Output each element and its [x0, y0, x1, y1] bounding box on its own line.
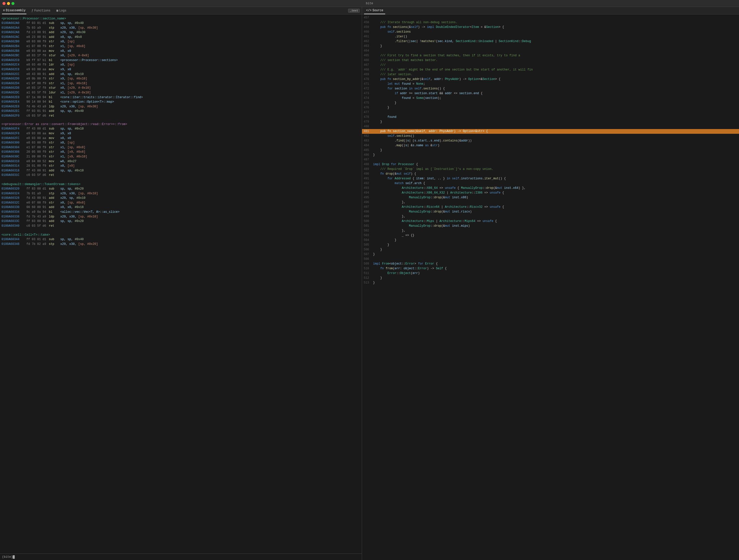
- source-row: 477: [362, 110, 739, 115]
- table-row[interactable]: 0100A602E490 14 00 94bl<core::option::Op…: [0, 100, 362, 105]
- source-row: 502 },: [362, 228, 739, 233]
- source-row: 475 }: [362, 101, 739, 106]
- source-row: 465 /// First try to find a section that…: [362, 53, 739, 58]
- source-row: 495 ManuallyDrop::drop(&mut inst.x86): [362, 195, 739, 200]
- table-row[interactable]: 0100A602F4ff 43 00 d1subsp, sp, #0x10: [0, 127, 362, 131]
- table-row[interactable]: 0100A602ACe8 23 00 91addx8, sp, #0x8: [0, 35, 362, 40]
- source-row: 489 /// Required `Drop` impl as [`Instru…: [362, 167, 739, 172]
- maximize-button[interactable]: [11, 2, 14, 5]
- table-row[interactable]: 0100A60310e8 04 80 52movw8, #0x27: [0, 159, 362, 164]
- source-row: 468 /// E.g. `addr` might be the end of …: [362, 67, 739, 72]
- tab-functions-label: Functions: [34, 9, 50, 12]
- close-button[interactable]: [2, 2, 5, 5]
- source-row: 483 .find(|s| (s.start..s.end).contains(…: [362, 139, 739, 143]
- tab-source[interactable]: </> Source: [364, 7, 385, 14]
- table-row[interactable]: 0100A603349c a9 0a 94bl<alloc::vec::Vec<…: [0, 210, 362, 214]
- source-row: 503 _ => {}: [362, 233, 739, 238]
- left-pane: ≡ Disassembly ƒ Functions ▦ Logs _text <…: [0, 7, 362, 560]
- source-row: 476 }: [362, 106, 739, 110]
- table-row[interactable]: 0100A60340c0 03 5f d6ret: [0, 224, 362, 228]
- table-row[interactable]: 0100A602C0b9 ff 97 blbl<processor::Proce…: [0, 58, 362, 63]
- table-row[interactable]: 0100A602E8fd 4b 43 a9ldpx29, x30, [sp, #…: [0, 105, 362, 109]
- source-row: 463 }: [362, 44, 739, 48]
- source-row: 507}: [362, 252, 739, 257]
- source-icon: </>: [366, 9, 372, 12]
- source-row: 512 }: [362, 276, 739, 281]
- source-row: 484 .map(|s| &s.name as &str): [362, 143, 739, 148]
- table-row[interactable]: 0100A602D8a8 03 1f f8sturx8, [x29, #-0x1…: [0, 86, 362, 90]
- table-row[interactable]: 0100A602A0ff 03 01 d1subsp, sp, #0x40: [0, 21, 362, 26]
- source-row: 458 /// Iterate through all non-debug se…: [362, 20, 739, 25]
- source-content[interactable]: 457 458 /// Iterate through all non-debu…: [362, 14, 739, 560]
- table-row[interactable]: 0100A6030C21 09 00 f9strx1, [x9, #0x10]: [0, 155, 362, 159]
- source-row: 480: [362, 124, 739, 129]
- source-row: 486}: [362, 153, 739, 157]
- table-row[interactable]: 0100A60320ff 83 00 d1subsp, sp, #0x20: [0, 187, 362, 191]
- table-row[interactable]: 0100A6030820 05 00 f9strx0, [x9, #0x8]: [0, 150, 362, 155]
- table-row[interactable]: 0100A60300e8 03 00 f9strx8, [sp]: [0, 141, 362, 145]
- table-row[interactable]: 0100A602B8e0 03 00 aamovx8, x0: [0, 49, 362, 53]
- source-row: 462 .filter(|sec| !matches!(sec.kind, Se…: [362, 39, 739, 44]
- source-row: 497 Architecture::Riscv64 | Architecture…: [362, 205, 739, 209]
- source-row: 504 }: [362, 238, 739, 243]
- section-error-from: <<processor::Error as core::convert::Fro…: [0, 122, 362, 127]
- source-row: 487: [362, 157, 739, 162]
- source-row: 494 Architecture::X86_64_X32 | Architect…: [362, 191, 739, 195]
- table-row[interactable]: 0100A60348fd 7b 02 a9stpx29, x30, [sp, #…: [0, 242, 362, 247]
- logs-icon: ▦: [56, 9, 58, 12]
- window-title: bite: [366, 2, 373, 5]
- source-row: 496 },: [362, 200, 739, 205]
- table-row[interactable]: 0100A6033Cff 83 00 91addsp, sp, #0x20: [0, 219, 362, 224]
- table-row[interactable]: 0100A602E007 1a 00 94bl<core::iter::trai…: [0, 95, 362, 100]
- source-row-highlighted: 481 pub fn section_name(&self, addr: Phy…: [362, 129, 739, 134]
- table-row[interactable]: 0100A602C8e9 03 00 aamovx9, x0: [0, 67, 362, 72]
- disassembly-content[interactable]: <processor::Processor::section_name> 010…: [0, 14, 362, 554]
- table-row[interactable]: 0100A602FCe8 03 00 aamovx8, x0: [0, 136, 362, 141]
- table-row[interactable]: 0100A602F8e9 03 08 aamovx9, x8: [0, 131, 362, 136]
- table-row[interactable]: 0100A602F0c0 03 5f d6ret: [0, 114, 362, 118]
- table-row[interactable]: 0100A603247b 01 a9stpx29, x30, [sp, #0x1…: [0, 191, 362, 196]
- tab-disassembly[interactable]: ≡ Disassembly: [2, 7, 26, 14]
- table-row[interactable]: 0100A60338fd 7b 43 a9ldpx29, x30, [sp, #…: [0, 214, 362, 219]
- source-row: 513}: [362, 281, 739, 285]
- tab-logs[interactable]: ▦ Logs: [55, 7, 67, 14]
- table-row[interactable]: 0100A602D4e1 0f 00 f9strx1, [sp, #0x18]: [0, 81, 362, 86]
- traffic-lights: [2, 2, 14, 5]
- title-bar: bite: [0, 0, 739, 7]
- source-row: 457: [362, 15, 739, 20]
- table-row[interactable]: 0100A602C4e8 03 40 f9ldrx8, [sp]: [0, 62, 362, 67]
- table-row[interactable]: 0100A602B4e1 07 00 f9strx1, [sp, #0x8]: [0, 44, 362, 49]
- tab-source-label: Source: [373, 9, 383, 12]
- terminal-prompt: (bite): [2, 555, 13, 559]
- source-row: 474 found = Some(section);: [362, 96, 739, 101]
- table-row[interactable]: 0100A602ECff 03 01 91addsp, sp, #0x40: [0, 109, 362, 114]
- table-row[interactable]: 0100A602CCe0 43 00 91addx0, sp, #0x10: [0, 72, 362, 77]
- table-row[interactable]: 0100A602BCa8 83 1f f8sturx8, [x29, #-0x8…: [0, 53, 362, 58]
- table-row[interactable]: 0100A602D0e9 0b 00 f9strx9, [sp, #0x10]: [0, 76, 362, 81]
- source-row: 492 match self.arch {: [362, 181, 739, 186]
- table-row[interactable]: 0100A602DCa1 03 5f f8ldurx1, [x29, #-0x1…: [0, 90, 362, 95]
- source-row: 491 for Addressed { item: inst, .. } in …: [362, 176, 739, 181]
- table-row[interactable]: 0100A602B0e8 03 00 f9strx8, [sp]: [0, 39, 362, 44]
- section-debugvault-demangler: <debugvault::demangler::TokenStream::tok…: [0, 181, 362, 187]
- source-row: 472 for section in self.sections() {: [362, 86, 739, 91]
- section-processor-section-name: <processor::Processor::section_name>: [0, 15, 362, 21]
- source-row: 509impl From<object::Error> for Error {: [362, 261, 739, 266]
- minimize-button[interactable]: [7, 2, 10, 5]
- table-row[interactable]: 0100A6033000 60 00 91addx0, x0, #0x18: [0, 205, 362, 210]
- source-row: 485 }: [362, 148, 739, 153]
- tab-disassembly-label: Disassembly: [6, 9, 25, 12]
- source-row: 479 }: [362, 120, 739, 124]
- section-core-cell: <core::cell::Cell<T>::take>: [0, 232, 362, 237]
- source-row: 464: [362, 48, 739, 53]
- table-row[interactable]: 0100A6032Ce0 07 00 f9strx0, [sp, #0x8]: [0, 201, 362, 205]
- table-row[interactable]: 0100A6031Cc0 03 5f d6ret: [0, 173, 362, 178]
- table-row[interactable]: 0100A602A47b 03 a9stpx29, x30, [sp, #0x3…: [0, 26, 362, 30]
- tab-functions[interactable]: ƒ Functions: [30, 7, 51, 14]
- table-row[interactable]: 0100A6031428 01 00 f9strx8, [x9]: [0, 164, 362, 168]
- table-row[interactable]: 0100A602A8fd c3 00 91addx29, sp, #0x30: [0, 30, 362, 35]
- table-row[interactable]: 0100A60328fd 43 00 91addx29, sp, #0x10: [0, 196, 362, 201]
- table-row[interactable]: 0100A60304e1 07 00 f9strx1, [sp, #0x8]: [0, 145, 362, 150]
- table-row[interactable]: 0100A60318ff 43 00 91addsp, sp, #0x10: [0, 168, 362, 173]
- table-row[interactable]: 0100A60344ff 03 01 d1subsp, sp, #0x40: [0, 237, 362, 242]
